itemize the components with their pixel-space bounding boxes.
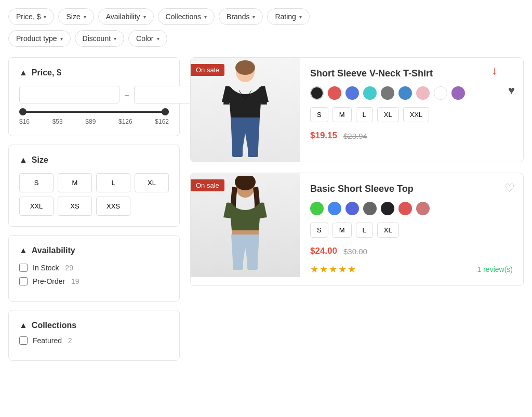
color-swatch-gray[interactable]: [381, 86, 394, 100]
color-swatches-2: [310, 202, 513, 215]
size-option-xxl-1[interactable]: XXL: [403, 107, 430, 122]
sidebar: ▲ Price, $ – $16 $53 $89 $126: [8, 57, 180, 369]
featured-checkbox[interactable]: [19, 336, 28, 345]
filter-btn-size[interactable]: Size▾: [58, 8, 94, 25]
size-section: ▲ Size S M L XL XXL XS XXS: [8, 145, 180, 227]
on-sale-badge-2: On sale: [191, 179, 224, 191]
size-section-header[interactable]: ▲ Size: [19, 155, 169, 165]
size-btn-xxs[interactable]: XXS: [96, 197, 130, 216]
size-option-s-1[interactable]: S: [310, 107, 328, 122]
color-swatch-gray2[interactable]: [363, 202, 377, 215]
color-swatch-blue2[interactable]: [328, 202, 341, 215]
chevron-down-icon: ▾: [299, 14, 302, 20]
on-sale-badge-1: On sale: [191, 64, 224, 76]
product-card-1: On sale: [190, 57, 524, 162]
chevron-down-icon: ▾: [114, 36, 116, 42]
color-swatch-rose[interactable]: [416, 202, 430, 215]
color-swatch-red[interactable]: [328, 86, 341, 100]
availability-pre-order[interactable]: Pre-Order 19: [19, 277, 169, 285]
pre-order-checkbox[interactable]: [19, 277, 28, 285]
chevron-down-icon: ▾: [60, 36, 63, 42]
price-range-labels: $16 $53 $89 $126 $162: [19, 118, 169, 125]
availability-section-title: Availability: [32, 246, 75, 255]
collapse-arrow-size: ▲: [19, 155, 28, 165]
products-area: On sale: [190, 57, 524, 369]
collections-section: ▲ Collections Featured 2: [8, 310, 180, 361]
size-btn-m[interactable]: M: [58, 173, 92, 192]
svg-rect-2: [232, 148, 243, 157]
collapse-arrow-collections: ▲: [19, 321, 28, 330]
color-swatch-blue3[interactable]: [345, 202, 359, 215]
color-swatch-white[interactable]: [434, 86, 447, 100]
collapse-arrow-availability: ▲: [19, 246, 28, 255]
color-swatch-teal[interactable]: [363, 86, 377, 100]
size-option-m-2[interactable]: M: [332, 223, 352, 238]
range-thumb-right[interactable]: [162, 108, 169, 115]
color-swatch-lightblue[interactable]: [398, 86, 412, 100]
color-swatch-purple[interactable]: [451, 86, 465, 100]
in-stock-checkbox[interactable]: [19, 264, 28, 272]
color-swatches-1: [310, 86, 513, 100]
availability-section-header[interactable]: ▲ Availability: [19, 246, 169, 255]
size-btn-l[interactable]: L: [96, 173, 130, 192]
filter-btn-brands[interactable]: Brands▾: [219, 8, 263, 25]
wishlist-btn-1[interactable]: ♥: [508, 84, 515, 97]
price-section-header[interactable]: ▲ Price, $: [19, 68, 169, 77]
collections-section-header[interactable]: ▲ Collections: [19, 321, 169, 330]
price-range-slider[interactable]: [19, 111, 169, 113]
svg-point-1: [235, 60, 255, 75]
product-card-2: On sale: [190, 173, 524, 286]
product-title-2: Basic Short Sleeve Top: [310, 184, 513, 194]
price-row-2: $24.00 $30.00: [310, 246, 513, 256]
filter-btn-product-type[interactable]: Product type▾: [8, 30, 71, 47]
range-thumb-left[interactable]: [19, 108, 26, 115]
filter-btn-price[interactable]: Price, $▾: [8, 8, 54, 25]
color-swatch-black2[interactable]: [381, 202, 394, 215]
size-option-xl-1[interactable]: XL: [377, 107, 399, 122]
price-min-input[interactable]: [19, 86, 119, 103]
size-section-title: Size: [32, 155, 48, 165]
size-btn-xl[interactable]: XL: [135, 173, 169, 192]
size-option-l-2[interactable]: L: [356, 223, 373, 238]
review-row-2: ★★★★★ 1 review(s): [310, 264, 513, 275]
size-options-1: S M L XL XXL: [310, 107, 513, 122]
size-option-xl-2[interactable]: XL: [377, 223, 399, 238]
wishlist-btn-2[interactable]: ♡: [504, 181, 515, 195]
filter-btn-rating[interactable]: Rating▾: [267, 8, 309, 25]
heart-filled-icon: ♥: [508, 84, 515, 97]
product-image-wrap-2: On sale: [191, 173, 300, 285]
chevron-down-icon: ▾: [204, 14, 207, 20]
size-option-m-1[interactable]: M: [332, 107, 352, 122]
filter-btn-availability[interactable]: Availability▾: [98, 8, 154, 25]
heart-outline-icon: ♡: [504, 181, 515, 194]
collections-section-title: Collections: [32, 321, 76, 330]
collections-featured[interactable]: Featured 2: [19, 336, 169, 345]
sale-price-1: $19.15: [310, 131, 337, 141]
color-swatch-black[interactable]: [310, 86, 324, 100]
price-section-title: Price, $: [32, 68, 61, 77]
svg-rect-3: [248, 148, 258, 157]
filter-btn-color[interactable]: Color▾: [128, 30, 167, 47]
price-row-1: $19.15 $23.94: [310, 131, 513, 141]
color-swatch-pink[interactable]: [416, 86, 430, 100]
size-btn-s[interactable]: S: [19, 173, 54, 192]
review-count-2: 1 review(s): [477, 265, 513, 273]
price-separator: –: [125, 90, 129, 99]
size-option-l-1[interactable]: L: [356, 107, 373, 122]
size-btn-xxl[interactable]: XXL: [19, 197, 54, 216]
availability-in-stock[interactable]: In Stock 29: [19, 264, 169, 272]
size-options-2: S M L XL: [310, 223, 513, 238]
filter-bar-row1: Price, $▾Size▾Availability▾Collections▾B…: [8, 8, 524, 25]
size-option-s-2[interactable]: S: [310, 223, 328, 238]
chevron-down-icon: ▾: [143, 14, 146, 20]
size-btn-xs[interactable]: XS: [58, 197, 92, 216]
color-swatch-blue[interactable]: [345, 86, 359, 100]
color-swatch-green[interactable]: [310, 202, 324, 215]
filter-btn-collections[interactable]: Collections▾: [158, 8, 215, 25]
color-swatch-red2[interactable]: [398, 202, 412, 215]
filter-btn-discount[interactable]: Discount▾: [75, 30, 124, 47]
price-section: ▲ Price, $ – $16 $53 $89 $126: [8, 57, 180, 136]
chevron-down-icon: ▾: [157, 36, 159, 42]
availability-section: ▲ Availability In Stock 29 Pre-Order 19: [8, 235, 180, 302]
arrow-indicator-1: ↓: [491, 64, 497, 77]
